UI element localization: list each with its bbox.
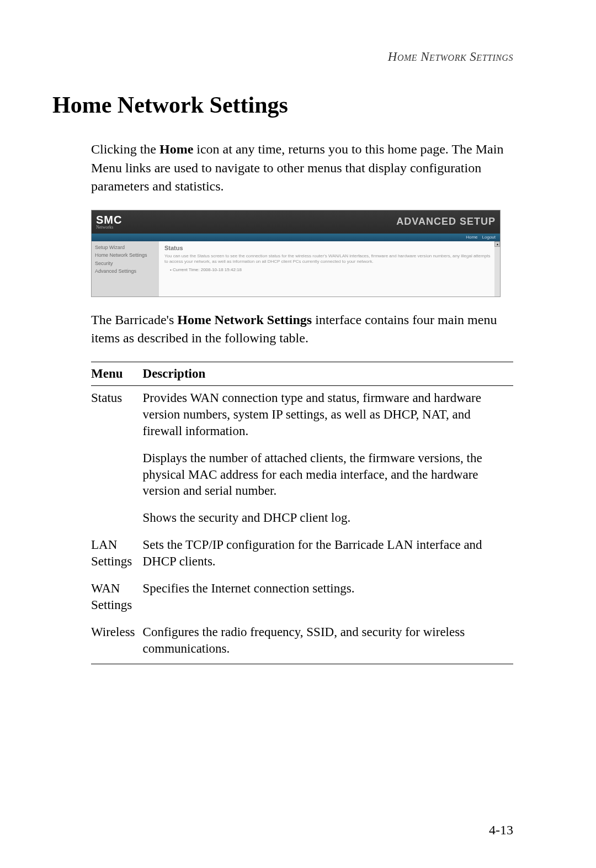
table-row: WAN Settings Specifies the Internet conn… [91,576,513,620]
cell-menu [91,446,143,506]
sidebar-setup-wizard: Setup Wizard [95,244,156,251]
screenshot-tabbar: Home Logout [92,234,500,241]
status-heading: Status [164,245,494,251]
th-menu: Menu [91,362,143,385]
cell-menu: LAN Settings [91,533,143,576]
intro-bold: Home [159,142,193,156]
sidebar-home-network: Home Network Settings [95,251,156,259]
menu-table-wrapper: Menu Description Status Provides WAN con… [91,362,513,664]
cell-desc: Shows the security and DHCP client log. [143,506,513,533]
th-description: Description [143,362,513,385]
router-screenshot: SMC Networks ADVANCED SETUP Home Logout … [91,210,501,297]
scrollbar: ▴ [494,241,500,297]
sidebar-advanced: Advanced Settings [95,267,156,275]
current-time: • Current Time: 2008-10-18 15:42:18 [170,267,494,272]
table-row: LAN Settings Sets the TCP/IP configurati… [91,533,513,576]
mid-bold: Home Network Settings [177,313,312,327]
table-row: Status Provides WAN connection type and … [91,385,513,446]
logout-tab: Logout [482,235,496,240]
cell-desc: Sets the TCP/IP configuration for the Ba… [143,533,513,576]
screenshot-content: Status You can use the Status screen to … [159,241,500,297]
table-row: Wireless Configures the radio frequency,… [91,620,513,664]
smc-logo: SMC [96,214,122,226]
status-description: You can use the Status screen to see the… [164,253,494,265]
current-time-text: Current Time: 2008-10-18 15:42:18 [173,267,242,272]
mid-prefix: The Barricade's [91,313,177,327]
sidebar-security: Security [95,260,156,267]
scroll-up-icon: ▴ [494,241,500,247]
screenshot-body: Setup Wizard Home Network Settings Secur… [92,241,500,297]
advanced-setup-title: ADVANCED SETUP [396,216,496,227]
table-row: Shows the security and DHCP client log. [91,506,513,533]
page-title: Home Network Settings [52,92,513,118]
table-row: Displays the number of attached clients,… [91,446,513,506]
mid-paragraph: The Barricade's Home Network Settings in… [91,311,513,348]
home-tab: Home [466,235,477,240]
menu-table: Menu Description Status Provides WAN con… [91,362,513,664]
intro-prefix: Clicking the [91,142,159,156]
screenshot-header: SMC Networks ADVANCED SETUP [92,210,500,234]
screenshot-sidebar: Setup Wizard Home Network Settings Secur… [92,241,159,297]
page-number: 4-13 [489,823,513,838]
cell-menu: Wireless [91,620,143,664]
cell-menu [91,506,143,533]
running-header: Home Network Settings [52,50,513,64]
cell-desc: Specifies the Internet connection settin… [143,576,513,620]
cell-menu: WAN Settings [91,576,143,620]
cell-menu: Status [91,385,143,446]
cell-desc: Configures the radio frequency, SSID, an… [143,620,513,664]
cell-desc: Displays the number of attached clients,… [143,446,513,506]
intro-paragraph: Clicking the Home icon at any time, retu… [91,140,513,196]
cell-desc: Provides WAN connection type and status,… [143,385,513,446]
